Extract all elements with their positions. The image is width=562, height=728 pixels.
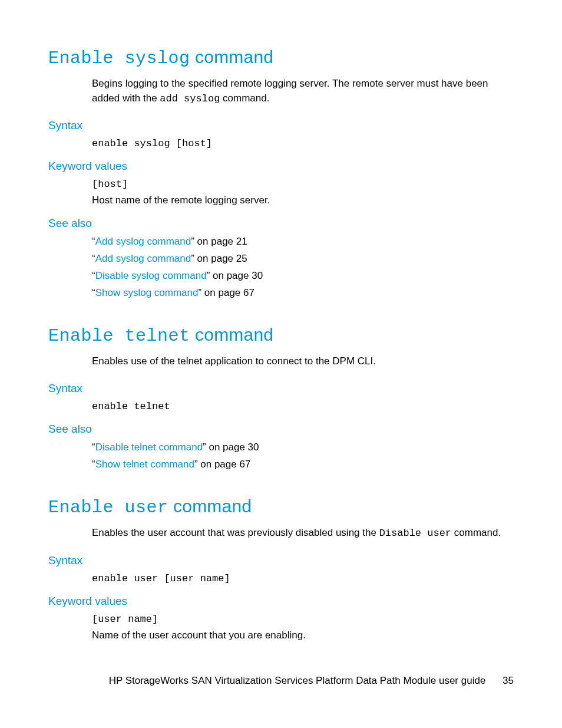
see-also-item: “Add syslog command” on page 25 — [92, 253, 514, 265]
xref-link[interactable]: Disable syslog command — [95, 270, 207, 281]
xref-link[interactable]: Add syslog command — [95, 253, 191, 264]
see-also-item: “Add syslog command” on page 21 — [92, 236, 514, 248]
see-also-list: “Disable telnet command” on page 30 “Sho… — [92, 442, 514, 470]
see-also-list: “Add syslog command” on page 21 “Add sys… — [92, 236, 514, 299]
keyword-code: [user name] — [92, 614, 514, 625]
title-suffix: command — [190, 325, 274, 344]
page: Enable syslog command Begins logging to … — [0, 0, 562, 728]
syntax-code: enable syslog [host] — [92, 138, 514, 149]
xref-link[interactable]: Show telnet command — [95, 459, 194, 470]
section-description: Enables use of the telnet application to… — [92, 354, 514, 369]
section-title: Enable telnet command — [48, 325, 514, 346]
see-also-item: “Show telnet command” on page 67 — [92, 459, 514, 470]
see-also-item: “Disable telnet command” on page 30 — [92, 442, 514, 453]
xref-link[interactable]: Disable telnet command — [95, 442, 203, 453]
title-mono: Enable telnet — [48, 326, 190, 346]
section-description: Enables the user account that was previo… — [92, 526, 514, 541]
desc-mono: add syslog — [160, 93, 220, 104]
see-also-item: “Show syslog command” on page 67 — [92, 287, 514, 299]
syntax-heading: Syntax — [48, 554, 514, 567]
see-also-heading: See also — [48, 423, 514, 436]
title-mono: Enable user — [48, 498, 168, 518]
page-footer: HP StorageWorks SAN Virtualization Servi… — [109, 675, 514, 687]
title-mono: Enable syslog — [48, 48, 190, 68]
see-also-item: “Disable syslog command” on page 30 — [92, 270, 514, 282]
desc-pre: Begins logging to the specified remote l… — [92, 78, 488, 104]
keyword-description: Name of the user account that you are en… — [92, 630, 514, 641]
section-description: Begins logging to the specified remote l… — [92, 77, 514, 106]
keyword-code: [host] — [92, 179, 514, 190]
xref-link[interactable]: Show syslog command — [95, 287, 199, 298]
syntax-heading: Syntax — [48, 382, 514, 395]
syntax-code: enable user [user name] — [92, 573, 514, 584]
xref-link[interactable]: Add syslog command — [95, 236, 191, 247]
section-title: Enable syslog command — [48, 47, 514, 68]
desc-post: command. — [451, 527, 501, 538]
page-number: 35 — [503, 675, 514, 687]
section-title: Enable user command — [48, 496, 514, 518]
keyword-description: Host name of the remote logging server. — [92, 195, 514, 206]
desc-post: command. — [220, 93, 269, 104]
desc-mono: Disable user — [379, 528, 451, 539]
title-suffix: command — [190, 47, 274, 67]
title-suffix: command — [168, 496, 252, 516]
syntax-heading: Syntax — [48, 119, 514, 132]
see-also-heading: See also — [48, 217, 514, 230]
footer-text: HP StorageWorks SAN Virtualization Servi… — [109, 675, 486, 686]
keyword-values-heading: Keyword values — [48, 595, 514, 608]
keyword-values-heading: Keyword values — [48, 160, 514, 173]
desc-pre: Enables the user account that was previo… — [92, 527, 379, 538]
syntax-code: enable telnet — [92, 401, 514, 412]
